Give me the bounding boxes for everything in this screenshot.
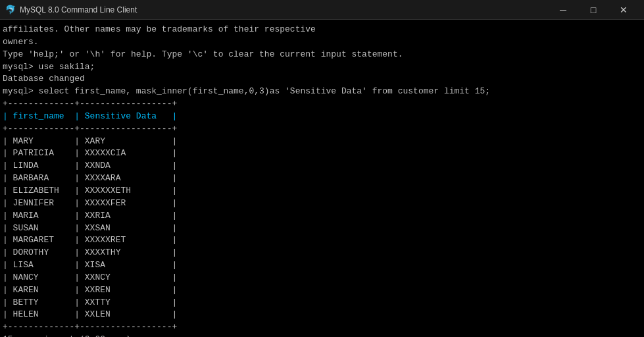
minimize-button[interactable]: ─ (548, 0, 578, 20)
table-row: | DOROTHY | XXXXTHY | (3, 247, 641, 259)
maximize-button[interactable]: □ (578, 0, 608, 20)
terminal-line: Type 'help;' or '\h' for help. Type '\c'… (3, 49, 641, 61)
table-row: | LISA | XISA | (3, 259, 641, 272)
app-title: MySQL 8.0 Command Line Client (20, 5, 544, 14)
app-icon: 🐬 (5, 5, 16, 15)
terminal-line: +-------------+------------------+ (3, 98, 641, 111)
table-row: | KAREN | XXREN | (3, 284, 641, 297)
table-row: | BETTY | XXTTY | (3, 297, 641, 309)
terminal[interactable]: affiliates. Other names may be trademark… (0, 20, 644, 337)
close-button[interactable]: ✕ (608, 0, 639, 20)
terminal-line: mysql> use sakila; (3, 61, 641, 74)
title-bar: 🐬 MySQL 8.0 Command Line Client ─ □ ✕ (0, 0, 644, 20)
table-row: | MARY | XARY | (3, 136, 641, 148)
terminal-line: +-------------+------------------+ (3, 321, 641, 334)
table-row: | NANCY | XXNCY | (3, 272, 641, 284)
terminal-line: Database changed (3, 73, 641, 86)
table-header-row: | first_name | Sensitive Data | (3, 111, 641, 123)
terminal-line: mysql> select first_name, mask_inner(fir… (3, 86, 641, 98)
terminal-line: affiliates. Other names may be trademark… (3, 24, 641, 36)
table-row: | LINDA | XXNDA | (3, 160, 641, 172)
table-row: | HELEN | XXLEN | (3, 309, 641, 321)
table-row: | MARGARET | XXXXXRET | (3, 234, 641, 247)
table-row: | ELIZABETH | XXXXXXETH | (3, 185, 641, 197)
terminal-line: 15 rows in set (0.00 sec) (3, 334, 641, 337)
table-row: | BARBARA | XXXXARA | (3, 172, 641, 185)
table-row: | MARIA | XXRIA | (3, 210, 641, 222)
table-row: | JENNIFER | XXXXXFER | (3, 197, 641, 210)
table-row: | SUSAN | XXSAN | (3, 222, 641, 235)
window-controls: ─ □ ✕ (548, 0, 639, 20)
terminal-line: owners. (3, 36, 641, 49)
table-row: | PATRICIA | XXXXXCIA | (3, 147, 641, 160)
terminal-line: +-------------+------------------+ (3, 123, 641, 136)
